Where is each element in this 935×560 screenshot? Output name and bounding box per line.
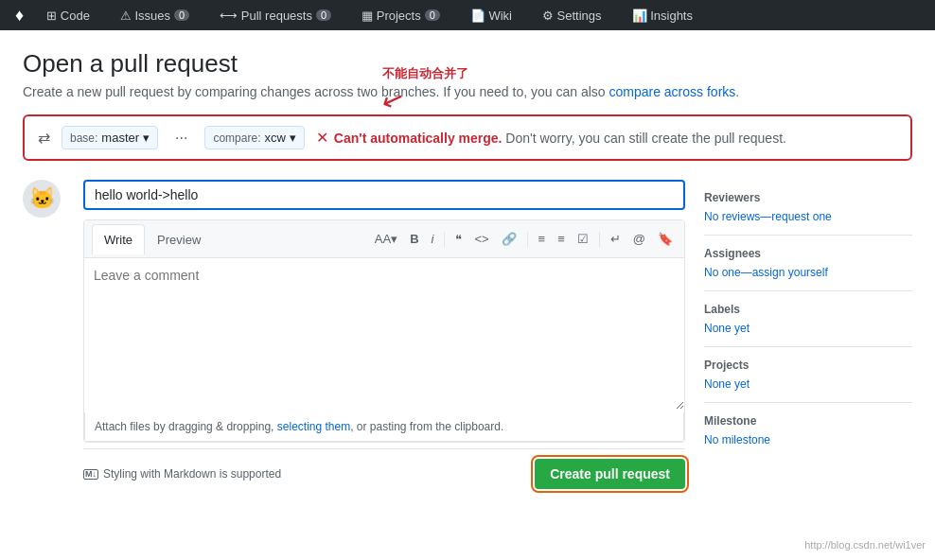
projects-value[interactable]: None yet xyxy=(704,377,912,391)
subtitle-suffix: . xyxy=(735,84,739,99)
annotation: 不能自动合并了 ↙ xyxy=(382,65,468,115)
nav-tab-projects-label: ▦ Projects xyxy=(362,9,421,23)
nav-tab-wiki-label: 📄 Wiki xyxy=(470,9,512,23)
nav-tab-settings[interactable]: ⚙ Settings xyxy=(535,5,609,26)
form-footer: M↓ Styling with Markdown is supported Cr… xyxy=(83,448,685,489)
attach-note: Attach files by dragging & dropping, sel… xyxy=(84,412,684,442)
editor-tabs: Write Preview xyxy=(92,224,213,254)
nav-tab-code[interactable]: ⊞ Code xyxy=(39,5,97,26)
milestone-value[interactable]: No milestone xyxy=(704,433,912,446)
editor-container: Write Preview AA▾ B i ❝ <> 🔗 ≡ ≡ xyxy=(83,219,685,443)
base-label: base: xyxy=(70,131,97,145)
toolbar-bullet[interactable]: ≡ xyxy=(535,230,550,248)
base-branch-select[interactable]: base: master ▾ xyxy=(62,126,158,149)
reviewers-value[interactable]: No reviews—request one xyxy=(704,210,912,223)
milestone-title: Milestone xyxy=(704,414,912,428)
toolbar-bold[interactable]: B xyxy=(406,230,422,248)
nav-tab-pr-label: ⟷ Pull requests xyxy=(220,9,312,23)
sidebar-section-labels: Labels None yet xyxy=(704,290,912,346)
editor-toolbar: AA▾ B i ❝ <> 🔗 ≡ ≡ ☑ ↵ @ 🔖 xyxy=(371,230,677,248)
sep1 xyxy=(444,232,445,247)
toolbar-italic[interactable]: i xyxy=(428,230,438,248)
nav-tab-settings-label: ⚙ Settings xyxy=(542,9,602,23)
compare-icon: ⇄ xyxy=(38,129,50,147)
avatar: 🐱 xyxy=(23,180,61,218)
toolbar-mention[interactable]: @ xyxy=(629,230,649,248)
pr-title-input[interactable] xyxy=(83,180,685,210)
top-nav: ♦ ⊞ Code ⚠ Issues 0 ⟷ Pull requests 0 ▦ … xyxy=(0,0,935,30)
subtitle-prefix: Create a new pull request by comparing c… xyxy=(23,84,609,99)
toolbar-quote[interactable]: ❝ xyxy=(451,230,466,248)
nav-tab-pullrequests[interactable]: ⟷ Pull requests 0 xyxy=(212,5,339,26)
nav-tab-issues-label: ⚠ Issues xyxy=(120,9,170,23)
nav-tab-issues[interactable]: ⚠ Issues 0 xyxy=(113,5,197,26)
markdown-icon: M↓ xyxy=(83,469,98,480)
pr-form-wrapper: 🐱 Write Preview AA▾ B i ❝ xyxy=(23,180,912,489)
tab-write[interactable]: Write xyxy=(92,224,145,254)
sidebar-section-assignees: Assignees No one—assign yourself xyxy=(704,235,912,290)
pr-sidebar: Reviewers No reviews—request one Assigne… xyxy=(704,180,912,489)
compare-forks-link[interactable]: compare across forks xyxy=(609,84,735,99)
labels-value[interactable]: None yet xyxy=(704,322,912,335)
toolbar-heading[interactable]: AA▾ xyxy=(371,230,401,248)
assignees-title: Assignees xyxy=(704,247,912,260)
labels-title: Labels xyxy=(704,303,912,316)
sep3 xyxy=(599,232,600,247)
sidebar-section-reviewers: Reviewers No reviews—request one xyxy=(704,180,912,235)
compare-bar-wrapper: 不能自动合并了 ↙ ⇄ base: master ▾ ··· compare: … xyxy=(23,114,912,161)
toolbar-bookmark[interactable]: 🔖 xyxy=(654,230,677,248)
comment-textarea[interactable] xyxy=(84,258,684,410)
compare-branch-value: xcw xyxy=(264,131,285,145)
error-icon: ✕ xyxy=(316,129,328,147)
md-note-text: Styling with Markdown is supported xyxy=(103,467,281,481)
error-bold: Can't automatically merge. xyxy=(334,131,503,146)
editor-header: Write Preview AA▾ B i ❝ <> 🔗 ≡ ≡ xyxy=(84,220,684,258)
toolbar-code[interactable]: <> xyxy=(470,230,492,248)
issues-badge: 0 xyxy=(174,9,189,21)
toolbar-reply[interactable]: ↵ xyxy=(607,230,625,248)
pr-badge: 0 xyxy=(316,9,331,21)
nav-tab-insights-label: 📊 Insights xyxy=(632,9,693,23)
compare-bar: ⇄ base: master ▾ ··· compare: xcw ▾ ✕ Ca… xyxy=(23,114,912,161)
annotation-arrow: ↙ xyxy=(378,81,409,118)
compare-branch-chevron: ▾ xyxy=(290,131,296,145)
nav-tab-projects[interactable]: ▦ Projects 0 xyxy=(354,5,448,26)
assignees-value[interactable]: No one—assign yourself xyxy=(704,266,912,279)
toolbar-tasklist[interactable]: ☑ xyxy=(573,230,592,248)
sep2 xyxy=(527,232,528,247)
attach-suffix: , or pasting from the clipboard. xyxy=(350,420,503,433)
attach-prefix: Attach files by dragging & dropping, xyxy=(95,420,277,433)
compare-label: compare: xyxy=(213,131,260,145)
sidebar-section-projects: Projects None yet xyxy=(704,346,912,402)
base-branch-value: master xyxy=(101,131,139,145)
compare-branch-select[interactable]: compare: xcw ▾ xyxy=(204,126,304,149)
branch-dots[interactable]: ··· xyxy=(169,128,193,149)
main-container: Open a pull request Create a new pull re… xyxy=(0,30,935,560)
attach-link[interactable]: selecting them xyxy=(277,420,350,433)
annotation-text: 不能自动合并了 xyxy=(382,65,468,82)
create-pr-button[interactable]: Create pull request xyxy=(535,459,685,489)
projects-title: Projects xyxy=(704,359,912,372)
pr-form-main: Write Preview AA▾ B i ❝ <> 🔗 ≡ ≡ xyxy=(83,180,685,489)
sidebar-section-milestone: Milestone No milestone xyxy=(704,402,912,458)
avatar-col: 🐱 xyxy=(23,180,64,489)
tab-preview[interactable]: Preview xyxy=(145,224,213,254)
nav-tab-insights[interactable]: 📊 Insights xyxy=(625,5,700,26)
nav-tab-code-label: ⊞ Code xyxy=(46,9,90,23)
toolbar-numbered[interactable]: ≡ xyxy=(554,230,569,248)
base-branch-chevron: ▾ xyxy=(143,131,150,145)
site-logo[interactable]: ♦ xyxy=(15,6,24,26)
toolbar-link[interactable]: 🔗 xyxy=(498,230,520,248)
nav-tab-wiki[interactable]: 📄 Wiki xyxy=(463,5,520,26)
merge-error: ✕ Can't automatically merge. Don't worry… xyxy=(316,129,897,147)
md-note: M↓ Styling with Markdown is supported xyxy=(83,467,525,481)
reviewers-title: Reviewers xyxy=(704,191,912,204)
projects-badge: 0 xyxy=(425,9,440,21)
error-rest: Don't worry, you can still create the pu… xyxy=(502,131,785,146)
